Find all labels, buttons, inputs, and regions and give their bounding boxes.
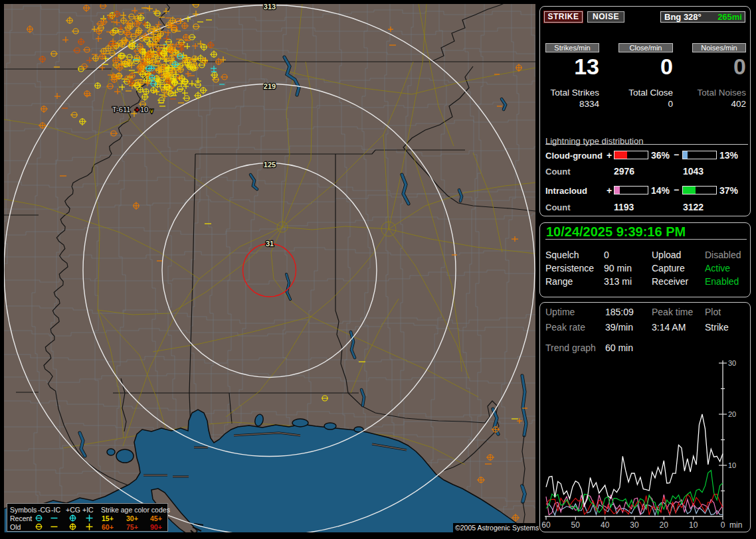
svg-text:31: 31 xyxy=(266,240,274,248)
svg-text:30: 30 xyxy=(728,359,736,367)
svg-text:10: 10 xyxy=(728,461,736,469)
svg-text:T-611: T-611 xyxy=(112,106,130,114)
svg-text:∨: ∨ xyxy=(149,108,154,114)
svg-text:60: 60 xyxy=(541,520,551,530)
svg-text:10: 10 xyxy=(689,520,698,530)
svg-text:50: 50 xyxy=(571,520,581,530)
svg-text:40: 40 xyxy=(601,520,610,530)
svg-text:min: min xyxy=(729,520,742,530)
svg-text:10: 10 xyxy=(140,106,148,114)
svg-text:20: 20 xyxy=(660,520,669,530)
svg-text:20: 20 xyxy=(728,410,736,418)
svg-text:125: 125 xyxy=(264,161,276,169)
svg-text:30: 30 xyxy=(630,520,639,530)
svg-text:219: 219 xyxy=(264,82,276,90)
svg-text:313: 313 xyxy=(264,4,276,11)
svg-text:+: + xyxy=(135,106,139,114)
svg-text:0: 0 xyxy=(721,520,725,530)
